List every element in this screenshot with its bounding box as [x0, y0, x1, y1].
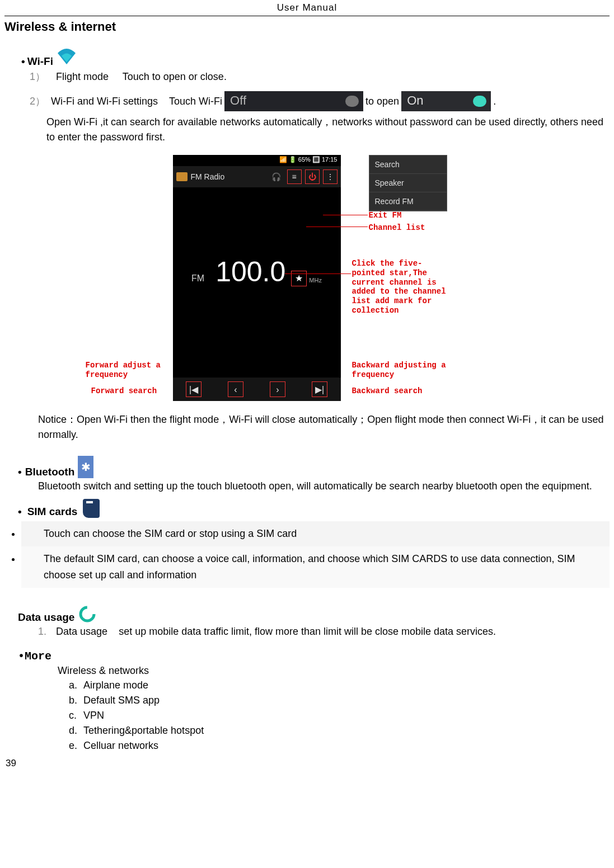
bluetooth-bullet: •: [18, 466, 22, 478]
toggle-knob: [345, 96, 359, 107]
more-item-e: e.Celluar networks: [69, 738, 610, 753]
item1-label: Flight mode: [56, 71, 109, 82]
item1-number: 1）: [30, 71, 45, 82]
more-item-val: Airplane mode: [83, 680, 148, 691]
more-heading: •More: [18, 650, 610, 663]
more-list: a.Airplane mode b.Default SMS app c.VPN …: [69, 678, 610, 753]
toggle-off[interactable]: Off: [224, 91, 363, 111]
bluetooth-heading: •Bluetooth: [18, 456, 610, 478]
wifi-item-2: 2） Wi-Fi and Wi-Fi settings Touch Wi-Fi …: [30, 91, 610, 111]
item1-desc: Touch to open or close.: [123, 71, 227, 82]
sim-list-item: Touch can choose the SIM card or stop us…: [21, 521, 610, 546]
fm-diagram: 📶 🔋 65% 🔳 17:15 FM Radio 🎧 ≡ ⏻ ⋮ FM 100.…: [4, 155, 610, 407]
frequency-value: 100.0: [215, 256, 285, 288]
data-usage-desc: set up mobile data traffic limit, flow m…: [119, 626, 496, 637]
item2-label: Wi-Fi and Wi-Fi settings: [51, 96, 158, 107]
menu-icon[interactable]: ⋮: [323, 169, 338, 184]
wifi-heading: •Wi-Fi: [21, 45, 610, 68]
sim-list-item: The default SIM card, can choose a voice…: [21, 546, 610, 588]
wifi-icon: [55, 45, 78, 68]
annotation-line: [306, 227, 368, 227]
more-item-val: Celluar networks: [83, 740, 158, 751]
sim-label: SIM cards: [27, 506, 78, 518]
forward-button[interactable]: ›: [270, 381, 285, 397]
channel-list-icon[interactable]: ≡: [287, 169, 302, 184]
annotation-exit: Exit FM: [369, 211, 402, 220]
page-header: User Manual: [4, 0, 610, 16]
annotation-fwd-adjust: Forward adjust a frequency: [86, 361, 175, 380]
sim-bullet: •: [18, 506, 22, 518]
data-usage-name: Data usage: [56, 626, 107, 637]
next-button[interactable]: ▶|: [312, 381, 327, 397]
prev-button[interactable]: |◀: [186, 381, 201, 397]
item2-touch: Touch Wi-Fi: [169, 96, 222, 107]
toggle-on-label: On: [407, 93, 423, 108]
bluetooth-text: Bluetooth switch and setting up the touc…: [38, 479, 610, 493]
wifi-item-1: 1） Flight mode Touch to open or close.: [30, 70, 610, 83]
headphone-icon[interactable]: 🎧: [269, 169, 284, 184]
more-item-key: a.: [69, 678, 83, 693]
toggle-knob-on: [473, 96, 486, 107]
fm-small-label: FM: [191, 273, 204, 284]
main-heading: Wireless & internet: [4, 20, 610, 34]
more-item-val: Default SMS app: [83, 695, 160, 706]
fm-titlebar: FM Radio 🎧 ≡ ⏻ ⋮: [173, 166, 341, 187]
fm-title: FM Radio: [191, 172, 266, 181]
page-number: 39: [6, 758, 610, 769]
more-label: More: [25, 650, 51, 663]
statusbar: 📶 🔋 65% 🔳 17:15: [173, 155, 341, 166]
wifi-label: Wi-Fi: [27, 55, 53, 68]
annotation-channel-list: Channel list: [369, 223, 425, 233]
sim-list: Touch can choose the SIM card or stop us…: [21, 521, 610, 587]
data-usage-num: 1.: [38, 626, 46, 637]
bluetooth-label: Bluetooth: [25, 466, 75, 478]
mhz-label: MHz: [309, 277, 322, 284]
more-item-key: c.: [69, 708, 83, 723]
more-item-val: Tethering&portable hotspot: [83, 725, 204, 736]
data-usage-heading: Data usage: [18, 605, 610, 624]
item2-period: .: [493, 96, 496, 107]
item2-toopen: to open: [365, 96, 399, 107]
data-usage-icon: [78, 605, 97, 624]
annotation-line: [285, 273, 351, 274]
more-item-key: b.: [69, 693, 83, 708]
toggle-off-label: Off: [230, 93, 246, 108]
menu-search[interactable]: Search: [369, 155, 447, 174]
back-button[interactable]: ‹: [228, 381, 243, 397]
wifi-paragraph: Open Wi-Fi ,it can search for available …: [46, 115, 610, 145]
annotation-fwd-search: Forward search: [91, 386, 157, 396]
phone-mockup: 📶 🔋 65% 🔳 17:15 FM Radio 🎧 ≡ ⏻ ⋮ FM 100.…: [173, 155, 341, 401]
more-item-a: a.Airplane mode: [69, 678, 610, 693]
fm-radio-icon: [176, 172, 188, 181]
annotation-bwd-search: Backward search: [352, 386, 423, 396]
frequency-display: FM 100.0 ★ MHz: [173, 256, 341, 288]
more-item-key: e.: [69, 738, 83, 753]
sim-card-icon: [83, 499, 100, 518]
more-item-d: d.Tethering&portable hotspot: [69, 723, 610, 738]
bluetooth-icon: [78, 456, 93, 478]
more-item-key: d.: [69, 723, 83, 738]
more-bullet: •: [18, 650, 25, 663]
playbar: |◀ ‹ › ▶|: [173, 378, 341, 401]
wifi-notice: Notice：Open Wi-Fi then the flight mode，W…: [38, 412, 605, 442]
menu-popup: Search Speaker Record FM: [369, 155, 447, 211]
more-item-c: c.VPN: [69, 708, 610, 723]
sim-heading: •SIM cards: [18, 499, 610, 518]
toggle-on[interactable]: On: [401, 91, 491, 111]
menu-speaker[interactable]: Speaker: [369, 174, 447, 192]
menu-record[interactable]: Record FM: [369, 192, 447, 211]
wifi-bullet: •: [21, 55, 25, 68]
power-icon[interactable]: ⏻: [305, 169, 320, 184]
svg-point-0: [81, 607, 94, 621]
item2-number: 2）: [30, 95, 45, 108]
annotation-star: Click the five-pointed star,The current …: [352, 259, 453, 315]
more-sub: Wireless & networks: [58, 665, 610, 677]
annotation-line: [323, 215, 368, 215]
annotation-bwd-adjust: Backward adjusting a frequency: [352, 361, 464, 380]
data-usage-label: Data usage: [18, 611, 74, 624]
more-item-b: b.Default SMS app: [69, 693, 610, 708]
more-item-val: VPN: [83, 710, 104, 721]
data-usage-item: 1. Data usage set up mobile data traffic…: [38, 626, 610, 638]
